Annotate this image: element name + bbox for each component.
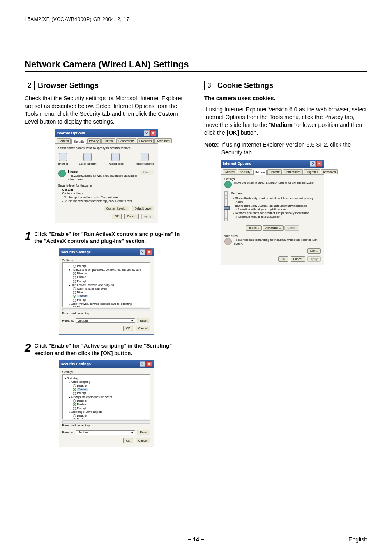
cookie-intro: If using Internet Explorer Version 6.0 a… [204, 106, 367, 137]
custom-line3: - To use the recommended settings, click… [62, 199, 154, 203]
internet-zone-label: Internet [68, 170, 138, 173]
section-title: Browser Settings [38, 81, 99, 90]
close-icon[interactable]: × [316, 161, 322, 167]
cancel-button[interactable]: Cancel [291, 256, 305, 262]
local-intranet-icon [83, 153, 92, 161]
privacy-settings-label: Settings [224, 177, 321, 181]
io-tabs: General Security Privacy Content Connect… [55, 137, 158, 144]
footer-language: English [348, 536, 367, 543]
import-button[interactable]: Import... [246, 225, 262, 230]
apply-button: Apply [141, 214, 154, 219]
tab-general[interactable]: General [57, 138, 71, 143]
h-scrollbar[interactable] [62, 308, 150, 311]
close-icon[interactable]: × [146, 361, 152, 367]
ok-button[interactable]: OK [278, 256, 288, 262]
tab-programs[interactable]: Programs [137, 138, 154, 143]
section-number-box: 3 [204, 81, 214, 90]
custom-level-button[interactable]: Custom Level... [104, 206, 129, 211]
tab-content[interactable]: Content [101, 138, 116, 143]
io-title: Internet Options [57, 131, 85, 136]
help-icon[interactable]: ? [140, 361, 145, 367]
reset-to-combo[interactable]: Medium▾ [76, 318, 136, 323]
tab-general[interactable]: General [223, 169, 237, 174]
ok-button[interactable]: OK [123, 438, 133, 443]
cookie-subhead: The camera uses cookies. [204, 94, 367, 102]
tab-privacy[interactable]: Privacy [87, 138, 101, 143]
ok-button[interactable]: OK [112, 214, 122, 219]
security-settings-dialog-activex: Security Settings ? × Settings: Prompt ●… [59, 248, 154, 335]
reset-custom-label: Reset custom settings [62, 311, 150, 315]
activex-settings-list[interactable]: Prompt ● Initialize and script ActiveX c… [62, 262, 150, 307]
left-column: 2 Browser Settings Check that the Securi… [25, 81, 188, 454]
globe-icon [59, 153, 67, 161]
tab-security[interactable]: Security [71, 139, 86, 144]
tab-content[interactable]: Content [267, 169, 282, 174]
tab-connections[interactable]: Connections [283, 169, 303, 174]
settings-label: Settings: [62, 258, 150, 262]
ss-title: Security Settings [61, 250, 91, 255]
reset-to-label: Reset to: [62, 319, 74, 322]
tab-programs[interactable]: Programs [304, 169, 320, 174]
default-button: Default [284, 225, 299, 230]
tab-connections[interactable]: Connections [116, 138, 136, 143]
page-title: Network Camera (Wired LAN) Settings [25, 59, 367, 70]
reset-button[interactable]: Reset [137, 318, 150, 323]
h-scrollbar[interactable] [62, 420, 150, 424]
default-level-button[interactable]: Default Level [132, 206, 154, 211]
tab-advanced[interactable]: Advanced [154, 138, 171, 143]
settings-label: Settings: [62, 370, 150, 374]
note-label: Note: [204, 141, 219, 157]
title-underline [25, 71, 367, 72]
advanced-button[interactable]: Advanced... [263, 225, 284, 230]
web-sites-text: To override cookie handling for individu… [234, 238, 321, 246]
tab-privacy[interactable]: Privacy [253, 170, 267, 175]
cancel-button[interactable]: Cancel [136, 326, 150, 331]
security-level-label: Security level for this zone [58, 184, 154, 187]
reset-to-combo[interactable]: Medium▾ [76, 430, 136, 435]
help-icon[interactable]: ? [310, 161, 316, 167]
zone-restricted[interactable]: Restricted sites [135, 153, 154, 166]
document-id: L5AM2/XE (VCC-WB4000P) GB 2004, 2, 17 [25, 16, 367, 22]
zone-trusted[interactable]: Trusted sites [107, 153, 124, 166]
apply-button: Apply [307, 256, 321, 262]
privacy-settings-icon [224, 181, 232, 188]
web-sites-icon [224, 238, 232, 245]
edit-button[interactable]: Edit... [307, 248, 321, 253]
close-icon[interactable]: × [150, 130, 156, 136]
help-icon[interactable]: ? [144, 130, 150, 136]
trusted-sites-icon [111, 153, 120, 161]
reset-button[interactable]: Reset [137, 430, 150, 435]
chevron-down-icon: ▾ [131, 319, 133, 322]
io-tabs: General Security Privacy Content Connect… [221, 168, 324, 175]
privacy-bullet-2: Blocks third-party cookies that use pers… [236, 204, 321, 211]
ok-button[interactable]: OK [123, 326, 133, 331]
page-number: – 14 – [188, 536, 204, 543]
cancel-button[interactable]: Cancel [124, 214, 139, 219]
privacy-slider[interactable] [224, 191, 228, 221]
privacy-bullet-3: Restricts first-party cookies that use p… [236, 211, 321, 219]
tab-advanced[interactable]: Advanced [321, 169, 338, 174]
scripting-settings-list[interactable]: ● Scripting ● Active scripting Disable E… [62, 374, 150, 419]
internet-zone-desc: This zone contains all Web sites you hav… [68, 174, 138, 182]
tab-security[interactable]: Security [238, 169, 252, 174]
step-2-number: 2 [25, 342, 31, 357]
ss-title: Security Settings [61, 362, 91, 366]
internet-zone-globe-icon [58, 170, 66, 177]
reset-to-label: Reset to: [62, 431, 74, 434]
zone-internet[interactable]: Internet [58, 153, 68, 166]
custom-label: Custom [62, 188, 154, 191]
privacy-bullet-1: Blocks third-party cookies that do not h… [236, 196, 321, 204]
slider-thumb-icon[interactable] [224, 206, 230, 210]
privacy-move-text: Move the slider to select a privacy sett… [234, 181, 314, 184]
close-icon[interactable]: × [146, 249, 152, 255]
cancel-button[interactable]: Cancel [136, 438, 150, 443]
chevron-down-icon: ▾ [131, 431, 133, 434]
zone-instruction: Select a Web content zone to specify its… [58, 146, 154, 150]
internet-options-privacy-dialog: Internet Options ? × General Security Pr… [221, 160, 324, 266]
step-2-text: Click "Enable" for "Active scripting" in… [35, 342, 188, 357]
section-number-box: 2 [25, 81, 35, 90]
step-1-text: Click "Enable" for "Run ActiveX controls… [35, 230, 188, 245]
internet-options-security-dialog: Internet Options ? × General Security Pr… [55, 129, 158, 223]
help-icon[interactable]: ? [140, 249, 145, 255]
zone-local[interactable]: Local intranet [79, 153, 96, 166]
